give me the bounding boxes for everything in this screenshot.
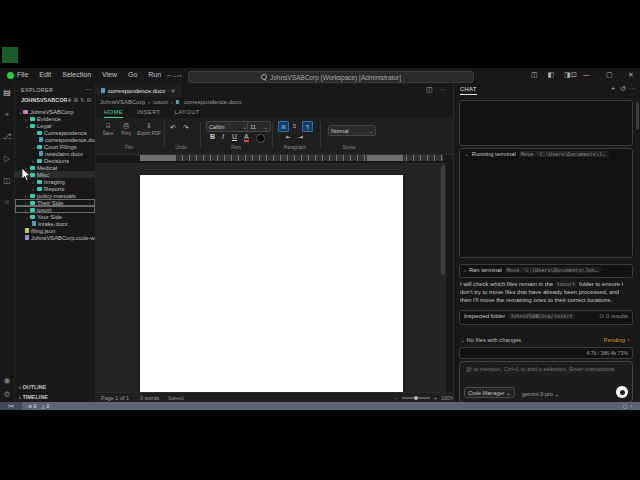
chat-tab[interactable]: CHAT: [460, 86, 477, 95]
tab-insert[interactable]: INSERT: [137, 109, 161, 118]
menu-selection[interactable]: Selection: [62, 71, 91, 78]
styles-dropdown[interactable]: Normal⌄: [328, 125, 376, 136]
document-canvas: [96, 163, 446, 392]
folder-icon: [30, 124, 35, 128]
command-center-search[interactable]: JohnsVSABCorp (Workspace) [Administrator…: [188, 71, 474, 83]
chat-view-icon[interactable]: ▤: [0, 88, 14, 97]
tree-item[interactable]: filing.json: [15, 227, 95, 234]
warning-count[interactable]: △ 0: [41, 403, 49, 409]
mode-picker[interactable]: Code Manager ⌄: [464, 387, 515, 398]
tab-layout[interactable]: LAYOUT: [175, 109, 200, 118]
tree-item[interactable]: ⌄Court Filings: [15, 143, 95, 150]
settings-gear-icon[interactable]: ⚙: [0, 390, 14, 399]
account-icon[interactable]: ◉: [0, 376, 14, 385]
tree-item[interactable]: correspondence.docx: [15, 136, 95, 143]
paragraph-group-label: Paragraph: [278, 145, 312, 150]
menu-view[interactable]: View: [102, 71, 117, 78]
bold-button[interactable]: B: [210, 133, 215, 140]
tree-item-root[interactable]: ⌄JohnsVSABCorp: [15, 108, 95, 115]
ruler-left-margin[interactable]: [140, 155, 176, 161]
tree-item[interactable]: ›Decisions: [15, 157, 95, 164]
chat-input[interactable]: [464, 365, 618, 373]
font-size-dropdown[interactable]: 11⌄: [247, 121, 271, 132]
notifications-icon[interactable]: ▢ ◔: [623, 403, 632, 409]
inspected-folder-row[interactable]: Inspected folder JohnsVSABCorp/tosort ⊙ …: [459, 310, 633, 325]
tree-item[interactable]: ⌄Legal: [15, 122, 95, 129]
export-pdf-button[interactable]: ⇩Export PDF: [136, 122, 162, 138]
tree-item[interactable]: ›Reports: [15, 185, 95, 192]
tree-item[interactable]: ⌄Correspondence: [15, 129, 95, 136]
workspace-header[interactable]: JOHNSVSABCORP (WORKSPACE): [21, 97, 67, 103]
zoom-in-button[interactable]: +: [434, 395, 437, 401]
minimize-button[interactable]: —: [583, 71, 590, 78]
zoom-slider-knob[interactable]: [414, 396, 418, 400]
tab-correspondence[interactable]: correspondence.docx ✕: [96, 84, 181, 97]
tree-item[interactable]: ›policy-manuals: [15, 192, 95, 199]
extensions-icon[interactable]: ◫: [0, 176, 14, 185]
tree-item[interactable]: newclaim.docx: [15, 150, 95, 157]
breadcrumb[interactable]: JohnsVSABCorp› tosort› correspondence.do…: [100, 99, 241, 105]
running-terminal-header[interactable]: ⌄ Running terminal Move 'C:\Users\Docume…: [460, 149, 632, 159]
tab-close-icon[interactable]: ✕: [170, 87, 175, 94]
save-button[interactable]: ⍈Save: [100, 122, 116, 138]
tree-item[interactable]: ›Their Side: [15, 199, 95, 206]
saved-status: Saved: [168, 395, 184, 401]
menu-edit[interactable]: Edit: [39, 71, 51, 78]
chat-more-icon[interactable]: ⋯: [629, 85, 636, 93]
italic-button[interactable]: I: [222, 133, 224, 140]
outdent-button[interactable]: ⇤: [284, 132, 293, 141]
tree-item[interactable]: ›Evidence: [15, 115, 95, 122]
tree-item-tosort[interactable]: ›tosort: [15, 206, 95, 213]
undo-button[interactable]: ↶: [170, 124, 176, 132]
zoom-out-button[interactable]: −: [394, 395, 397, 401]
remote-indicator[interactable]: ><: [0, 402, 22, 410]
explorer-action-icons[interactable]: ⊕⊞↻⊟: [67, 97, 93, 103]
send-button[interactable]: [616, 386, 628, 398]
color-swatch-icon[interactable]: [256, 134, 265, 143]
font-color-button[interactable]: A: [244, 133, 249, 142]
new-chat-icon[interactable]: +: [611, 85, 615, 92]
customize-layout-icon[interactable]: ⊡: [571, 71, 577, 79]
inline-code: tosort: [555, 281, 578, 287]
chat-input-box[interactable]: Code Manager ⌄ gemini-3-pro ⌄: [459, 361, 633, 403]
error-count[interactable]: ⊘ 0: [28, 403, 36, 409]
timeline-section[interactable]: › TIMELINE: [19, 394, 48, 400]
nav-forward-icon[interactable]: →: [176, 71, 183, 78]
layout-toggle-icons[interactable]: ◫ ◧ ◨: [531, 71, 575, 79]
outline-section[interactable]: › OUTLINE: [19, 384, 47, 390]
font-name-dropdown[interactable]: Calibri⌄: [206, 121, 250, 132]
close-button[interactable]: ✕: [628, 71, 634, 79]
numbered-list-button[interactable]: ≡: [290, 121, 299, 130]
tab-home[interactable]: HOME: [104, 109, 123, 118]
document-page[interactable]: [140, 175, 403, 392]
remote-explorer-icon[interactable]: ⌗: [0, 198, 14, 208]
restore-button[interactable]: ▢: [606, 71, 613, 79]
align-button[interactable]: ¶: [302, 121, 313, 132]
history-icon[interactable]: ↺: [620, 85, 626, 93]
menu-go[interactable]: Go: [128, 71, 137, 78]
explorer-more-icon[interactable]: ⋯: [85, 86, 91, 92]
ruler-right-margin[interactable]: [367, 155, 403, 161]
inspected-folder-path: JohnsVSABCorp/tosort: [508, 313, 574, 319]
underline-button[interactable]: U: [232, 133, 237, 140]
run-debug-icon[interactable]: ▷: [0, 154, 14, 163]
menu-file[interactable]: File: [17, 71, 28, 78]
search-view-icon[interactable]: ⌖: [0, 110, 14, 120]
split-editor-icon[interactable]: ◫: [426, 86, 433, 94]
redo-button[interactable]: ↷: [183, 124, 189, 132]
tree-item[interactable]: Intake.docx: [15, 220, 95, 227]
menu-run[interactable]: Run: [148, 71, 161, 78]
bullet-list-button[interactable]: ≣: [278, 121, 289, 132]
changes-row[interactable]: ⌄ No files with changes Pending ◔: [460, 337, 630, 343]
editor-more-icon[interactable]: ⋯: [439, 86, 446, 94]
ran-terminal-row[interactable]: › Ran terminal Move 'C:\Users\Documents\…: [459, 264, 633, 278]
model-picker[interactable]: gemini-3-pro ⌄: [522, 391, 559, 397]
editor-scrollbar[interactable]: [441, 165, 445, 275]
source-control-icon[interactable]: ⎇: [0, 132, 14, 141]
nav-back-icon[interactable]: ←: [166, 71, 173, 78]
chat-scrollbar[interactable]: [636, 102, 639, 130]
print-button[interactable]: ⎙Print: [118, 122, 134, 138]
tree-item[interactable]: JohnsVSABCorp.code-workspace: [15, 234, 95, 241]
tree-item[interactable]: ⌄Your Side: [15, 213, 95, 220]
indent-button[interactable]: ⇥: [296, 132, 305, 141]
